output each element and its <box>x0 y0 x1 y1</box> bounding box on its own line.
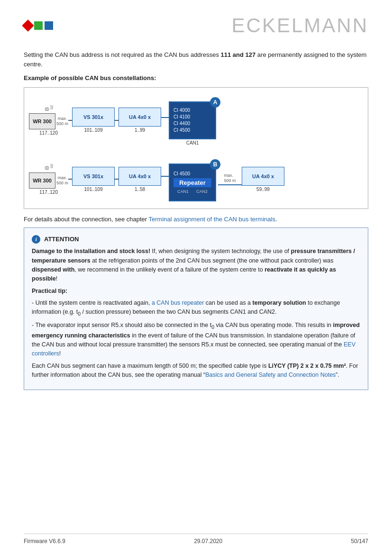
antenna-icon-a: ⦻︎)) <box>44 105 53 112</box>
conn2a <box>115 120 119 121</box>
antenna-icon-b: ⦻︎)) <box>44 163 53 171</box>
conn3b <box>161 176 169 177</box>
repeater-block-wrap: CI 4500 Repeater CAN1 CAN2 B <box>169 157 216 201</box>
example-heading: Example of possible CAN bus constellatio… <box>24 74 368 82</box>
conn4b <box>218 184 242 185</box>
conn3a <box>161 117 169 118</box>
max-label-b: max.500 m <box>56 175 68 186</box>
can2-b: CAN2 <box>196 189 208 194</box>
footer-page: 50/147 <box>351 538 368 545</box>
conn-ua2-wrap: max.500 m <box>218 173 242 185</box>
ci-row-1: CI 4000 <box>173 107 190 114</box>
ci-block-a: CI 4000 CI 4100 CI 4400 CI 4500 A CAN1 <box>169 95 216 145</box>
ua-box-b: UA 4x0 x <box>119 167 161 186</box>
repeater-box: CI 4500 Repeater CAN1 CAN2 B <box>169 163 216 201</box>
can1-b: CAN1 <box>177 189 189 194</box>
logo <box>24 21 53 30</box>
diagram-row-a: ⦻︎)) WR 300 max.500 m 117..120 VS 301x 1… <box>29 95 363 145</box>
logo-square-blue <box>45 21 53 30</box>
attention-tip1: - Until the system centre is reactivated… <box>32 299 360 318</box>
badge-b: B <box>210 159 220 170</box>
ua-box-a: UA 4x0 x <box>119 108 161 127</box>
page: ECKELMANN Setting the CAN bus address is… <box>0 0 392 554</box>
ci-row-4: CI 4500 <box>173 127 190 134</box>
attention-tip2: - The evaporator input sensor R5.x shoul… <box>32 321 360 359</box>
wr-addr-a: 117..120 <box>39 130 58 136</box>
basics-link[interactable]: Basics and General Safety and Connection… <box>205 372 336 378</box>
attention-box: i ATTENTION Damage to the installation a… <box>24 227 368 390</box>
wr-box-b: WR 300 <box>29 173 55 189</box>
ci-line-b: CI 4500 <box>173 171 190 176</box>
ua-block-a: UA 4x0 x 1..99 <box>119 108 161 133</box>
info-icon: i <box>32 235 40 244</box>
footer-firmware: Firmware V6.6.9 <box>24 538 65 545</box>
repeater-relative: CI 4500 Repeater CAN1 CAN2 B <box>169 157 216 201</box>
footer: Firmware V6.6.9 29.07.2020 50/147 <box>24 534 368 545</box>
repeater-label: Repeater <box>173 178 211 187</box>
conn1a <box>68 120 72 121</box>
footer-date: 29.07.2020 <box>194 538 222 545</box>
can1-label-a: CAN1 <box>169 140 216 145</box>
conn2b <box>115 179 119 180</box>
attention-body: Damage to the installation and stock los… <box>32 247 360 380</box>
wr-addr-b: 117..120 <box>39 190 58 195</box>
vs-addr-b: 101..109 <box>84 187 103 192</box>
ua2-addr-b: 59..99 <box>256 187 270 192</box>
can-labels: CAN1 CAN2 <box>173 189 211 194</box>
max-label-b2: max.500 m <box>224 173 236 183</box>
diagram-row-b: ⦻︎)) WR 300 max.500 m 117..120 VS 301x 1… <box>29 157 363 201</box>
wr-block-a: ⦻︎)) WR 300 max.500 m 117..120 <box>29 105 68 136</box>
vs-block-a: VS 301x 101..109 <box>72 108 115 133</box>
attention-cable: Each CAN bus segment can have a maximum … <box>32 362 360 380</box>
header: ECKELMANN <box>24 14 368 37</box>
attention-header: i ATTENTION <box>32 235 360 244</box>
ua-block-b: UA 4x0 x 1..58 <box>119 167 161 192</box>
vs-box-a: VS 301x <box>72 108 115 127</box>
logo-diamond <box>22 19 34 31</box>
brand-name: ECKELMANN <box>232 14 368 37</box>
ua-addr-b: 1..58 <box>135 187 145 192</box>
conn1b <box>68 179 72 180</box>
max-label-a: max.500 m <box>56 116 68 127</box>
logo-square-green <box>34 21 43 30</box>
ua-addr-a: 1..99 <box>135 127 145 133</box>
ua2-block-b: UA 4x0 x 59..99 <box>242 167 284 192</box>
vs-addr-a: 101..109 <box>84 127 103 133</box>
can-repeater-link[interactable]: a CAN bus repeater <box>152 300 204 306</box>
attention-practical-tip: Practical tip: <box>32 287 360 296</box>
attention-para1: Damage to the installation and stock los… <box>32 247 360 284</box>
vs-box-b: VS 301x <box>72 167 115 186</box>
for-details: For details about the connection, see ch… <box>24 216 368 223</box>
terminal-link[interactable]: Terminal assignment of the CAN bus termi… <box>149 216 275 223</box>
ua2-box-b: UA 4x0 x <box>242 167 284 186</box>
ci-row-3: CI 4400 <box>173 120 190 127</box>
ci-box-a: CI 4000 CI 4100 CI 4400 CI 4500 A <box>169 101 216 139</box>
intro-text: Setting the CAN bus address is not requi… <box>24 50 368 69</box>
badge-a: A <box>210 97 220 108</box>
wr-box-a: WR 300 <box>29 113 55 129</box>
attention-title: ATTENTION <box>44 235 79 244</box>
ci-block-a-wrap: CI 4000 CI 4100 CI 4400 CI 4500 A CAN1 <box>169 95 216 145</box>
wr-block-b: ⦻︎)) WR 300 max.500 m 117..120 <box>29 163 68 194</box>
vs-block-b: VS 301x 101..109 <box>72 167 115 192</box>
diagrams-container: ⦻︎)) WR 300 max.500 m 117..120 VS 301x 1… <box>24 87 368 209</box>
ci-row-2: CI 4100 <box>173 114 190 120</box>
